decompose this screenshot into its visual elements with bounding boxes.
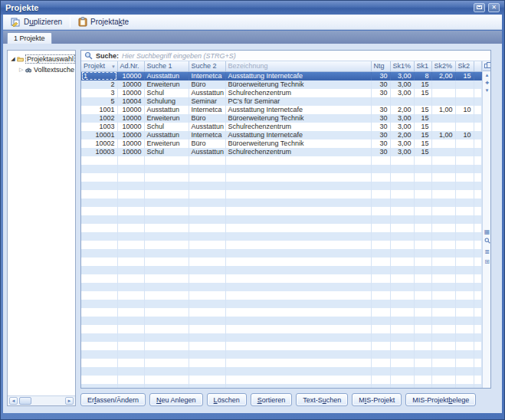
loeschen-button[interactable]: Löschen — [207, 393, 247, 406]
grid-cell[interactable]: 30 — [371, 80, 390, 89]
table-row[interactable]: 210000ErweiterunBüroBüroerweiterung Tech… — [81, 80, 482, 89]
table-row[interactable]: 100310000SchulAusstattunSchulrechenzentr… — [81, 123, 482, 131]
grid-cell[interactable]: 30 — [371, 123, 390, 131]
grid-cell[interactable]: 15 — [414, 139, 431, 148]
grid-cell[interactable] — [455, 114, 474, 123]
scroll-thumb[interactable] — [19, 397, 31, 405]
grid-cell[interactable]: Internetca — [189, 71, 225, 80]
grid-cell[interactable]: 8 — [414, 71, 431, 80]
grid-cell[interactable]: 3,00 — [390, 123, 414, 131]
grid-cell[interactable]: 10001 — [81, 131, 117, 139]
grid-cell[interactable] — [431, 148, 455, 156]
table-row[interactable]: 1000110000AusstattunInternetcaAusstattun… — [81, 131, 482, 139]
add-view-icon[interactable]: ⊞ — [483, 257, 491, 267]
grid-cell[interactable]: 3,00 — [390, 139, 414, 148]
column-header-sk1[interactable]: Sk1 — [414, 61, 431, 71]
grid-cell[interactable]: Internetca — [189, 106, 225, 114]
grid-cell[interactable]: Schulrechenzentrum — [225, 148, 371, 156]
grid-cell[interactable]: 10002 — [81, 139, 117, 148]
grid-cell[interactable] — [455, 97, 474, 106]
grid-cell[interactable] — [455, 123, 474, 131]
grid-cell[interactable]: Internetca — [189, 131, 225, 139]
grid-cell[interactable] — [390, 97, 414, 106]
grid-cell[interactable]: Büro — [189, 80, 225, 89]
scroll-left-button[interactable]: ◄ — [9, 397, 18, 405]
restore-window-button[interactable] — [474, 3, 485, 12]
grid-cell[interactable]: 3,00 — [390, 71, 414, 80]
list-view-icon[interactable]: ≣ — [483, 247, 491, 257]
grid-cell[interactable]: 5 — [81, 97, 117, 106]
grid-cell[interactable] — [431, 89, 455, 97]
grid-cell[interactable]: 15 — [414, 80, 431, 89]
grid-cell[interactable]: Seminar — [189, 97, 225, 106]
grid-cell[interactable]: 1,00 — [431, 106, 455, 114]
grid-cell[interactable] — [455, 89, 474, 97]
grid-cell[interactable]: 2 — [81, 80, 117, 89]
grid-cell[interactable]: 10000 — [117, 131, 144, 139]
column-header-ntg[interactable]: Ntg — [371, 61, 390, 71]
grid-cell[interactable]: Schulrechenzentrum — [225, 89, 371, 97]
grid-cell[interactable]: 10000 — [117, 114, 144, 123]
grid-cell[interactable]: 15 — [414, 114, 431, 123]
grid-cell[interactable]: 2,00 — [390, 106, 414, 114]
column-header-suche-1[interactable]: Suche 1 — [144, 61, 189, 71]
close-window-button[interactable]: ✕ — [488, 3, 500, 12]
column-header-sk2-[interactable]: Sk2% — [431, 61, 455, 71]
grid-cell[interactable]: 1003 — [81, 123, 117, 131]
grid-cell[interactable] — [431, 114, 455, 123]
table-row[interactable]: 1000310000SchulAusstattunSchulrechenzent… — [81, 148, 482, 156]
grid-cell[interactable] — [455, 139, 474, 148]
grid-cell[interactable]: 3,00 — [390, 89, 414, 97]
scroll-to-top-button[interactable]: ▲ — [483, 71, 491, 79]
grid-cell[interactable]: Erweiterun — [144, 80, 189, 89]
grid-cell[interactable]: 10000 — [117, 106, 144, 114]
text-suchen-button[interactable]: Text-Suchen — [296, 393, 348, 406]
erfassen-aendern-button[interactable]: Erfassen/Ändern — [80, 393, 146, 406]
grid-cell[interactable] — [414, 97, 431, 106]
grid-view-icon[interactable]: ▦ — [483, 227, 491, 237]
grid-cell[interactable]: Ausstattun — [144, 131, 189, 139]
grid-cell[interactable]: Ausstattun — [189, 89, 225, 97]
grid-cell[interactable]: Büro — [189, 114, 225, 123]
grid-cell[interactable]: 10000 — [117, 139, 144, 148]
table-row[interactable]: 100110000AusstattunInternetcaAusstattung… — [81, 106, 482, 114]
grid-cell[interactable]: Schul — [144, 123, 189, 131]
column-chooser-button[interactable] — [483, 61, 490, 71]
grid-cell[interactable]: 10 — [455, 106, 474, 114]
grid-cell[interactable] — [431, 97, 455, 106]
grid-cell[interactable] — [455, 80, 474, 89]
grid-cell[interactable]: 30 — [371, 139, 390, 148]
column-header-suche-2[interactable]: Suche 2 — [189, 61, 225, 71]
grid-cell[interactable]: 10000 — [117, 123, 144, 131]
expander-closed-icon[interactable]: ▷ — [19, 67, 24, 73]
grid-cell[interactable]: Ausstattung Internetcafe — [225, 131, 371, 139]
expander-open-icon[interactable]: ◢ — [11, 56, 15, 62]
tab-projekte[interactable]: 1 Projekte — [7, 32, 52, 44]
table-row[interactable]: 310000SchulAusstattunSchulrechenzentrum3… — [81, 89, 482, 97]
grid-cell[interactable]: Ausstattun — [144, 71, 189, 80]
column-header-projekt[interactable]: Projekt▼ — [81, 61, 117, 71]
grid-cell[interactable]: 3,00 — [390, 114, 414, 123]
grid-cell[interactable]: 10004 — [117, 97, 144, 106]
column-header-sk1-[interactable]: Sk1% — [390, 61, 414, 71]
grid-cell[interactable]: 3,00 — [390, 80, 414, 89]
search-bar[interactable]: Suche: Hier Suchbegriff eingeben (STRG+S… — [81, 51, 490, 61]
grid-cell[interactable]: 10000 — [117, 89, 144, 97]
neu-anlegen-button[interactable]: Neu Anlegen — [149, 393, 203, 406]
grid-cell[interactable]: 15 — [414, 123, 431, 131]
grid-cell[interactable]: Ausstattung Internetcafe — [225, 71, 371, 80]
grid-cell[interactable]: 10000 — [117, 148, 144, 156]
grid-cell[interactable]: Schul — [144, 89, 189, 97]
grid-cell[interactable]: 10000 — [117, 71, 144, 80]
grid-cell[interactable]: 1002 — [81, 114, 117, 123]
grid-cell[interactable]: 15 — [414, 148, 431, 156]
table-row[interactable]: 100210000ErweiterunBüroBüroerweiterung T… — [81, 114, 482, 123]
grid-cell[interactable] — [371, 97, 390, 106]
grid-cell[interactable]: 15 — [414, 89, 431, 97]
grid-cell[interactable]: 1,00 — [431, 131, 455, 139]
grid-cell[interactable]: 3,00 — [390, 148, 414, 156]
table-row[interactable]: 110000AusstattunInternetcaAusstattung In… — [81, 71, 482, 80]
duplizieren-button[interactable]: Duplizieren — [6, 17, 67, 28]
grid-cell[interactable]: 15 — [414, 106, 431, 114]
grid-cell[interactable]: 1001 — [81, 106, 117, 114]
